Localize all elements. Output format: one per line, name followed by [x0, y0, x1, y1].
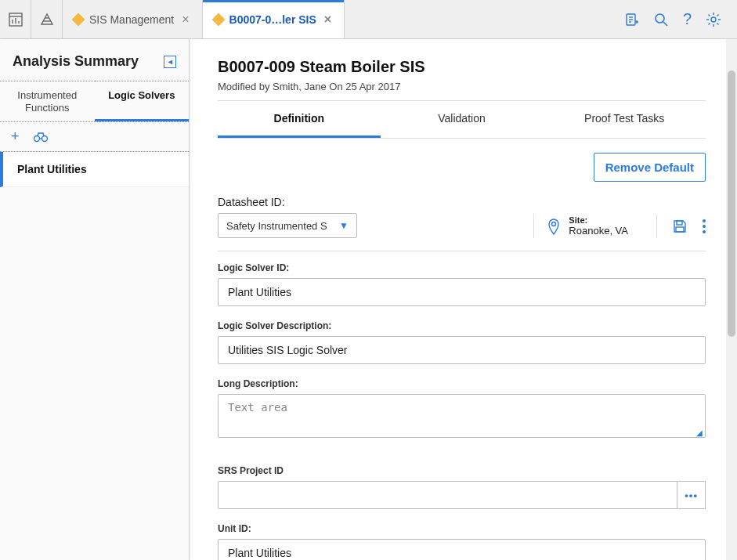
- app-icon-chart[interactable]: [0, 0, 31, 38]
- logic-solver-id-input[interactable]: [218, 278, 706, 306]
- long-desc-textarea[interactable]: [218, 394, 706, 438]
- close-icon[interactable]: ×: [180, 13, 190, 27]
- datasheet-select[interactable]: Safety Instrumented S ▼: [218, 213, 357, 238]
- tab-proof-test[interactable]: Proof Test Tasks: [543, 101, 706, 138]
- tab-boiler-sis[interactable]: B0007-0…ler SIS ×: [203, 0, 345, 38]
- tab-label: SIS Management: [89, 13, 174, 26]
- gear-icon[interactable]: [706, 12, 721, 27]
- svg-point-18: [42, 135, 47, 141]
- pin-icon[interactable]: [547, 218, 561, 235]
- logic-solver-id-label: Logic Solver ID:: [218, 262, 706, 273]
- app-icon-hierarchy[interactable]: [31, 0, 63, 38]
- site-block: Site: Roanoke, VA: [533, 214, 641, 238]
- svg-rect-22: [676, 227, 684, 232]
- sidebar-list: Plant Utilities: [0, 152, 189, 560]
- long-desc-label: Long Description:: [218, 378, 706, 389]
- sidebar: Analysis Summary ◂ Instrumented Function…: [0, 39, 190, 560]
- logic-solver-desc-input[interactable]: [218, 336, 706, 364]
- srs-project-label: SRS Project ID: [218, 465, 706, 476]
- logic-solver-desc-label: Logic Solver Description:: [218, 320, 706, 331]
- collapse-sidebar-icon[interactable]: ◂: [164, 56, 176, 68]
- add-icon[interactable]: +: [11, 128, 20, 145]
- chevron-down-icon: ▼: [339, 220, 349, 231]
- tab-definition[interactable]: Definition: [218, 101, 381, 138]
- svg-point-17: [34, 135, 39, 141]
- unit-id-label: Unit ID:: [218, 523, 706, 534]
- page-title: B0007-009 Steam Boiler SIS: [218, 58, 706, 76]
- sidebar-tools: +: [0, 122, 189, 152]
- close-icon[interactable]: ×: [323, 13, 333, 27]
- sidebar-title: Analysis Summary: [13, 53, 139, 70]
- scrollbar-thumb[interactable]: [728, 70, 735, 337]
- save-icon[interactable]: [673, 219, 687, 233]
- content-area: B0007-009 Steam Boiler SIS Modified by S…: [190, 39, 737, 560]
- diamond-icon: [211, 13, 225, 26]
- tab-label: B0007-0…ler SIS: [229, 13, 316, 26]
- sidebar-tabs: Instrumented Functions Logic Solvers: [0, 81, 189, 122]
- svg-point-16: [711, 17, 716, 22]
- remove-default-button[interactable]: Remove Default: [594, 153, 706, 182]
- sidebar-tab-instrumented[interactable]: Instrumented Functions: [0, 81, 95, 121]
- datasheet-icons: [656, 215, 706, 238]
- page-modified: Modified by Smith, Jane On 25 Apr 2017: [218, 81, 706, 92]
- more-options-icon[interactable]: [703, 219, 706, 233]
- svg-line-15: [663, 22, 667, 26]
- topbar: SIS Management × B0007-0…ler SIS × ?: [0, 0, 737, 39]
- tab-sis-management[interactable]: SIS Management ×: [63, 0, 203, 38]
- site-label: Site:: [569, 215, 628, 225]
- svg-marker-5: [42, 14, 52, 24]
- svg-point-20: [552, 222, 556, 226]
- unit-id-input[interactable]: [218, 539, 706, 560]
- sidebar-item-plant-utilities[interactable]: Plant Utilities: [0, 152, 189, 187]
- search-icon[interactable]: [653, 12, 669, 27]
- topbar-right-icons: ?: [608, 0, 737, 38]
- help-icon[interactable]: ?: [683, 10, 692, 28]
- binoculars-icon[interactable]: [34, 132, 48, 143]
- diamond-icon: [72, 13, 85, 26]
- clipboard-icon[interactable]: [623, 12, 639, 27]
- svg-point-14: [656, 14, 664, 23]
- site-value: Roanoke, VA: [569, 225, 628, 237]
- scrollbar-track[interactable]: [726, 39, 737, 560]
- datasheet-row: Datasheet ID: Safety Instrumented S ▼ Si…: [218, 196, 706, 251]
- srs-project-more-icon[interactable]: •••: [677, 481, 706, 509]
- datasheet-label: Datasheet ID:: [218, 196, 357, 208]
- svg-rect-21: [677, 221, 682, 225]
- srs-project-input[interactable]: [218, 481, 677, 509]
- datasheet-value: Safety Instrumented S: [226, 220, 327, 232]
- sidebar-header: Analysis Summary ◂: [0, 39, 189, 81]
- sidebar-tab-logic-solvers[interactable]: Logic Solvers: [95, 81, 190, 121]
- content-tabs: Definition Validation Proof Test Tasks: [218, 101, 706, 139]
- tab-validation[interactable]: Validation: [381, 101, 544, 138]
